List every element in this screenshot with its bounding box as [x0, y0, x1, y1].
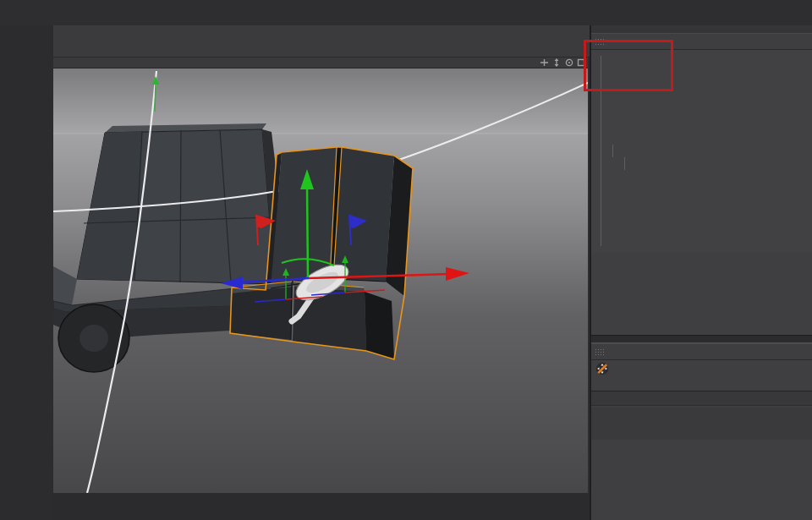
panel-splitter[interactable]	[591, 335, 812, 343]
annotation-highlight-box	[584, 40, 673, 91]
viewport-canvas[interactable]	[53, 57, 588, 493]
selection-info	[591, 360, 812, 377]
left-empty-strip	[0, 25, 53, 520]
attribute-manager-empty-area	[591, 408, 812, 440]
gizmo-y-axis[interactable]	[307, 186, 308, 278]
viewport[interactable]	[53, 57, 588, 493]
right-panel	[590, 25, 812, 520]
object-manager-header	[591, 25, 812, 33]
viewport-sky	[53, 68, 588, 134]
tree-guide-line	[624, 157, 625, 170]
main-toolbar	[53, 25, 590, 57]
bottom-empty-strip	[53, 493, 590, 520]
multi-selection-icon	[595, 362, 609, 375]
watermark-banner	[0, 0, 812, 25]
attribute-manager-menubar	[591, 343, 812, 360]
tree-guide-line	[612, 145, 613, 157]
section-header	[591, 391, 812, 406]
viewport-header	[53, 57, 588, 68]
object-manager-empty-area	[591, 253, 812, 335]
cinema4d-window	[0, 0, 812, 520]
panel-grip-icon[interactable]	[595, 348, 605, 356]
attribute-tabs	[591, 377, 812, 391]
